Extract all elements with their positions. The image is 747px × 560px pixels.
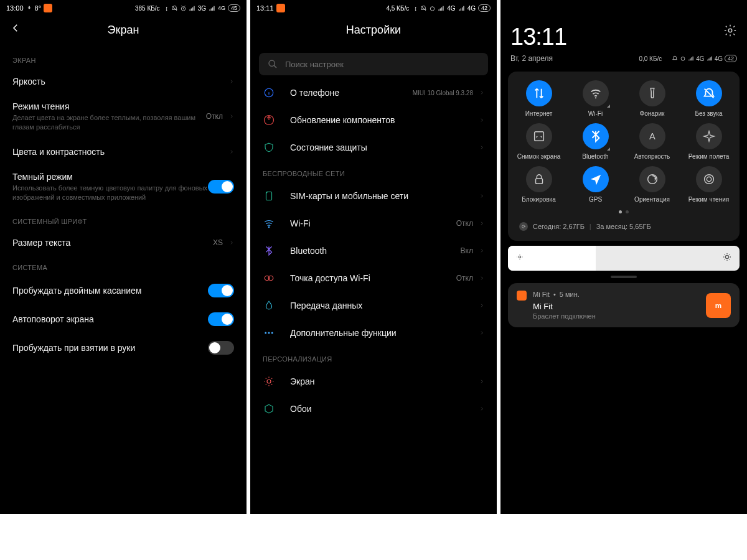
battery-indicator: 42	[478, 4, 491, 12]
bluetooth-label: Bluetooth	[290, 246, 461, 256]
qs-tile-wifi[interactable]: Wi-Fi	[567, 80, 624, 117]
shade-net2: 4G	[715, 55, 723, 62]
auto-rotate-label: Автоповорот экрана	[12, 314, 208, 324]
row-brightness[interactable]: Яркость	[0, 69, 247, 94]
text-size-value: XS	[213, 238, 223, 247]
svg-point-9	[265, 332, 266, 334]
svg-point-15	[594, 97, 596, 98]
qs-tile-torch[interactable]: Фонарик	[624, 80, 680, 117]
security-label: Состояние защиты	[290, 142, 479, 152]
chevron-right-icon	[479, 220, 484, 227]
qs-tile-read[interactable]: Режим чтения	[680, 166, 737, 203]
svg-point-1	[431, 6, 435, 10]
row-reading-mode[interactable]: Режим чтения Делает цвета на экране боле…	[0, 94, 247, 139]
signal-icon	[688, 55, 694, 62]
row-text-size[interactable]: Размер текста XS	[0, 230, 247, 255]
qs-tile-screenshot[interactable]: Снимок экрана	[510, 123, 567, 160]
qs-circle	[639, 80, 665, 106]
row-wifi[interactable]: Wi-Fi Откл	[250, 210, 497, 237]
about-value: MIUI 10 Global 9.3.28	[413, 90, 473, 96]
svg-point-2	[269, 60, 275, 66]
bluetooth-value: Вкл	[461, 246, 473, 255]
wifi-value: Откл	[456, 219, 473, 228]
row-sim[interactable]: SIM-карты и мобильные сети	[250, 182, 497, 210]
sim-label: SIM-карты и мобильные сети	[290, 191, 479, 201]
download-icon	[26, 5, 32, 11]
qs-circle	[526, 80, 552, 106]
qs-circle	[696, 80, 722, 106]
qs-tile-autobright[interactable]: AАвтояркость	[624, 123, 680, 160]
row-data-transfer[interactable]: Передача данных	[250, 292, 497, 319]
row-colors[interactable]: Цвета и контрастность	[0, 139, 247, 164]
qs-circle	[583, 80, 609, 106]
svg-rect-5	[266, 192, 272, 200]
brightness-label: Яркость	[12, 77, 229, 86]
status-net1: 4G	[447, 5, 455, 12]
qs-tile-data[interactable]: Интернет	[510, 80, 567, 117]
row-update[interactable]: Обновление компонентов	[250, 106, 497, 134]
qs-label: Фонарик	[640, 110, 665, 117]
wake-double-tap-toggle[interactable]	[208, 284, 234, 297]
brightness-slider[interactable]	[508, 246, 740, 271]
qs-label: Без звука	[695, 110, 722, 117]
qs-label: Снимок экрана	[517, 153, 561, 160]
sim-icon	[263, 190, 275, 202]
dark-mode-toggle[interactable]	[208, 180, 234, 194]
shade-speed: 0,0 КБ/с	[639, 55, 662, 62]
data-usage-row[interactable]: ⟳ Сегодня: 2,67ГБ | За месяц: 5,65ГБ	[510, 218, 737, 235]
chevron-right-icon	[479, 378, 484, 385]
chevron-right-icon	[479, 192, 484, 200]
page-title: Экран	[108, 24, 139, 37]
row-hotspot[interactable]: Точка доступа Wi-Fi Откл	[250, 264, 497, 292]
notification-card-mifit[interactable]: Mi Fit • 5 мин. Mi Fit Браслет подключен…	[508, 283, 740, 327]
dark-mode-sub: Использовать более темную цветовую палит…	[12, 184, 208, 202]
title-bar: Настройки	[250, 15, 497, 48]
row-bluetooth[interactable]: Bluetooth Вкл	[250, 237, 497, 264]
qs-tile-mute[interactable]: Без звука	[680, 80, 737, 117]
search-input[interactable]	[285, 60, 479, 69]
gear-icon[interactable]	[723, 24, 737, 37]
qs-tile-rotate[interactable]: Ориентация	[624, 166, 680, 203]
wake-pickup-toggle[interactable]	[208, 341, 234, 355]
qs-circle	[526, 123, 552, 149]
search-bar[interactable]	[259, 53, 488, 75]
qs-tile-lock[interactable]: Блокировка	[510, 166, 567, 203]
status-temp: 8°	[35, 4, 42, 12]
row-display[interactable]: Экран	[250, 368, 497, 395]
mute-icon	[672, 55, 678, 62]
wifi-label: Wi-Fi	[290, 218, 456, 228]
drag-handle[interactable]	[611, 276, 637, 278]
chevron-right-icon	[229, 148, 234, 156]
mute-icon	[171, 5, 178, 12]
expand-corner-icon	[607, 105, 610, 108]
svg-text:A: A	[649, 131, 655, 141]
qs-label: GPS	[589, 196, 602, 203]
row-security[interactable]: Состояние защиты	[250, 134, 497, 161]
section-font-label: СИСТЕМНЫЙ ШРИФТ	[0, 209, 247, 230]
qs-tile-airplane[interactable]: Режим полета	[680, 123, 737, 160]
qs-tile-bt[interactable]: Bluetooth	[567, 123, 624, 160]
qs-tile-gps[interactable]: GPS	[567, 166, 624, 203]
qs-circle	[696, 123, 722, 149]
svg-point-14	[681, 57, 685, 61]
status-net2: 4G	[467, 5, 476, 12]
row-more[interactable]: Дополнительные функции	[250, 319, 497, 347]
phone-screen-notification-shade: 13:11 Вт, 2 апреля 0,0 КБ/с 4G 4G 42 Инт…	[500, 0, 747, 514]
back-button[interactable]	[10, 22, 21, 36]
row-wake-double-tap: Пробуждать двойным касанием	[0, 276, 247, 305]
svg-point-13	[728, 29, 732, 32]
row-dark-mode: Темный режим Использовать более темную ц…	[0, 164, 247, 210]
brightness-low-icon	[515, 253, 524, 264]
status-time: 13:11	[256, 4, 274, 12]
svg-point-6	[268, 226, 270, 228]
signal-icon	[438, 5, 444, 12]
page-indicator[interactable]	[510, 210, 737, 213]
expand-corner-icon	[607, 147, 610, 151]
more-label: Дополнительные функции	[290, 328, 479, 338]
row-wallpaper[interactable]: Обои	[250, 395, 497, 422]
battery-indicator: 45	[228, 4, 240, 12]
auto-rotate-toggle[interactable]	[208, 312, 234, 326]
qs-label: Wi-Fi	[588, 110, 603, 117]
chevron-right-icon	[479, 274, 484, 282]
row-about-phone[interactable]: О телефоне MIUI 10 Global 9.3.28	[250, 79, 497, 106]
